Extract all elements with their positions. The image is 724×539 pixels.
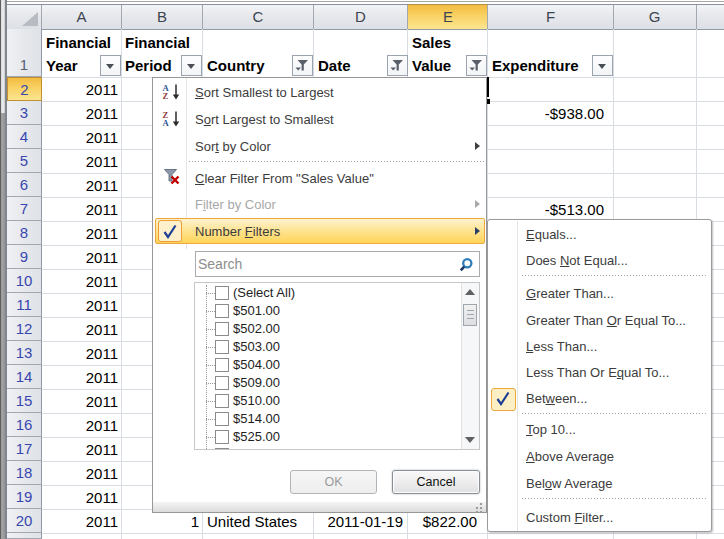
svg-text:A: A	[163, 118, 170, 128]
svg-text:Z: Z	[163, 91, 169, 101]
